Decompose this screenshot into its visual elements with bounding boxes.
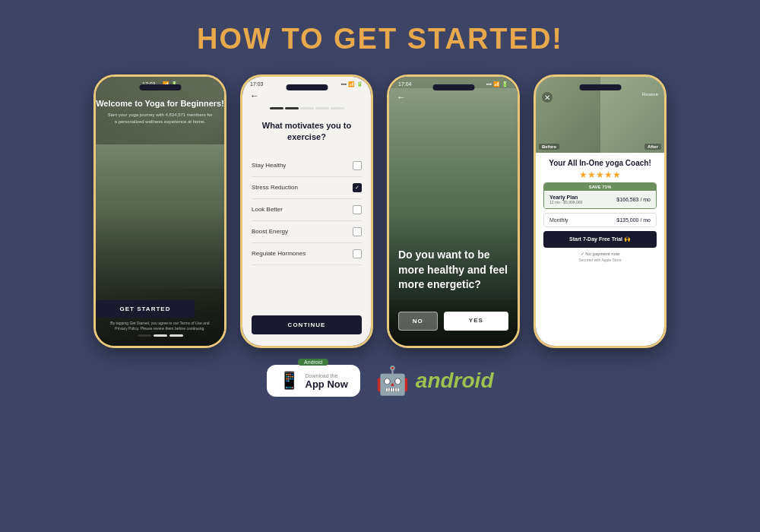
- yearly-plan-price: $166,583 / mo: [616, 197, 651, 202]
- get-started-button[interactable]: GET STARTED: [96, 300, 195, 318]
- yearly-plan-name: Yearly Plan: [549, 195, 582, 200]
- phone1-indicator: [96, 334, 224, 337]
- android-logo-area: 🤖 android: [375, 365, 494, 397]
- phone2-question: What motivates you to exercise?: [242, 112, 371, 151]
- status-time-3: 17:04: [398, 81, 412, 87]
- checkbox-4[interactable]: [353, 227, 362, 236]
- status-time-2: 17:03: [250, 81, 264, 87]
- phone-2-motivates: 17:03 ▪▪▪ 📶 🔋 ← What motivates you to ex…: [240, 74, 373, 348]
- phone4-content: Your All In-One yoga Coach! ★★★★★ SAVE 7…: [536, 153, 664, 268]
- phone2-options: Stay Healthy Stress Reduction ✓ Look Bet…: [242, 151, 371, 269]
- option-boost-energy[interactable]: Boost Energy: [252, 221, 362, 243]
- yes-button[interactable]: YES: [444, 312, 508, 331]
- phone3-question-text: Do you want to be more healthy and feel …: [398, 248, 508, 293]
- secured-text: Secured with Apple Store: [543, 258, 657, 262]
- download-badge[interactable]: Android 📱 Download the App Now: [267, 365, 360, 397]
- option-look-better[interactable]: Look Better: [252, 199, 362, 221]
- phone1-title: Welcome to Yoga for Beginners!: [96, 98, 224, 109]
- page-title: HOW TO GET STARTED!: [197, 23, 563, 55]
- prog-dot-5: [331, 107, 344, 109]
- prog-dot-2: [285, 107, 299, 109]
- option-label-1: Stay Healthy: [252, 162, 286, 169]
- before-label: Before: [539, 144, 559, 150]
- phone1-text-area: Welcome to Yoga for Beginners! Start you…: [96, 98, 224, 125]
- footer: Android 📱 Download the App Now 🤖 android: [267, 365, 494, 397]
- monthly-price: $135,000 / mo: [616, 217, 651, 223]
- status-bar-1: 17:03 ▪▪▪ 📶 🔋: [133, 77, 187, 87]
- checkbox-1[interactable]: [353, 161, 362, 170]
- status-icons-1: ▪▪▪ 📶 🔋: [156, 81, 178, 87]
- yearly-plan-box[interactable]: SAVE 71% Yearly Plan 12 mo - $5,999,000 …: [543, 182, 657, 209]
- status-bar-2: 17:03 ▪▪▪ 📶 🔋: [242, 77, 371, 87]
- phone-3-question: 17:04 ▪▪▪ 📶 🔋 ← Do you want to be more h…: [387, 74, 520, 348]
- progress-bar-2: [242, 104, 371, 112]
- phone1-subtitle: Start your yoga journey with 4,834,571 m…: [96, 112, 224, 125]
- back-button-3[interactable]: ←: [397, 92, 406, 103]
- option-label-2: Stress Reduction: [252, 184, 298, 191]
- before-image: ✕ Before: [536, 77, 600, 153]
- app-now-label: App Now: [306, 378, 348, 390]
- phones-row: 17:03 ▪▪▪ 📶 🔋 Welcome to Yoga for Beginn…: [93, 74, 667, 348]
- option-label-5: Regulate Hormones: [252, 250, 306, 257]
- option-label-4: Boost Energy: [252, 228, 288, 235]
- prog-dot-1: [270, 107, 283, 109]
- back-button-2[interactable]: ←: [242, 87, 371, 104]
- option-stress-reduction[interactable]: Stress Reduction ✓: [252, 177, 362, 199]
- download-text-area: Download the App Now: [306, 372, 348, 390]
- no-payment-text: ✓ No payment now: [543, 251, 657, 256]
- phone-1-welcome: 17:03 ▪▪▪ 📶 🔋 Welcome to Yoga for Beginn…: [93, 74, 226, 348]
- status-time-1: 17:03: [142, 81, 156, 87]
- phone-icon: 📱: [279, 371, 299, 391]
- phone3-buttons: NO YES: [398, 312, 508, 331]
- download-label: Download the: [306, 373, 348, 378]
- yearly-plan-duration: 12 mo - $5,999,000: [549, 200, 582, 204]
- checkbox-2[interactable]: ✓: [353, 183, 362, 192]
- no-button[interactable]: NO: [398, 312, 438, 331]
- save-badge: SAVE 71%: [544, 183, 656, 191]
- after-image: Restore After: [600, 77, 665, 153]
- continue-button[interactable]: CONTINUE: [252, 315, 362, 334]
- phone1-tos: By tapping Get Started, you agree to our…: [96, 321, 224, 331]
- option-stay-healthy[interactable]: Stay Healthy: [252, 155, 362, 177]
- phone1-bottom: GET STARTED By tapping Get Started, you …: [96, 300, 224, 337]
- star-rating: ★★★★★: [543, 169, 657, 180]
- monthly-label: Monthly: [549, 217, 568, 223]
- phone-4-pricing: ✕ Before Restore After Your All In-One y…: [534, 74, 667, 348]
- android-robot-icon: 🤖: [375, 365, 410, 397]
- yearly-plan-info: Yearly Plan 12 mo - $5,999,000: [549, 195, 582, 204]
- option-regulate-hormones[interactable]: Regulate Hormones: [252, 243, 362, 265]
- android-text-logo: android: [416, 369, 494, 393]
- indicator-dot-3: [169, 334, 183, 337]
- indicator-dot-2: [154, 334, 167, 337]
- restore-button[interactable]: Restore: [642, 92, 658, 97]
- monthly-plan-row[interactable]: Monthly $135,000 / mo: [543, 213, 657, 227]
- after-label: After: [644, 144, 661, 150]
- indicator-dot-1: [138, 334, 151, 337]
- checkbox-5[interactable]: [353, 249, 362, 258]
- android-label: Android: [298, 359, 328, 366]
- coach-title: Your All In-One yoga Coach!: [543, 159, 657, 167]
- status-bar-3: 17:04 ▪▪▪ 📶 🔋: [389, 77, 518, 87]
- close-button[interactable]: ✕: [542, 92, 553, 103]
- trial-button[interactable]: Start 7-Day Free Trial 🙌: [543, 231, 657, 248]
- option-label-3: Look Better: [252, 206, 283, 213]
- prog-dot-4: [315, 107, 329, 109]
- yearly-plan-row: Yearly Plan 12 mo - $5,999,000 $166,583 …: [544, 191, 656, 208]
- before-after-images: ✕ Before Restore After: [536, 77, 664, 153]
- checkbox-3[interactable]: [353, 205, 362, 214]
- prog-dot-3: [300, 107, 314, 109]
